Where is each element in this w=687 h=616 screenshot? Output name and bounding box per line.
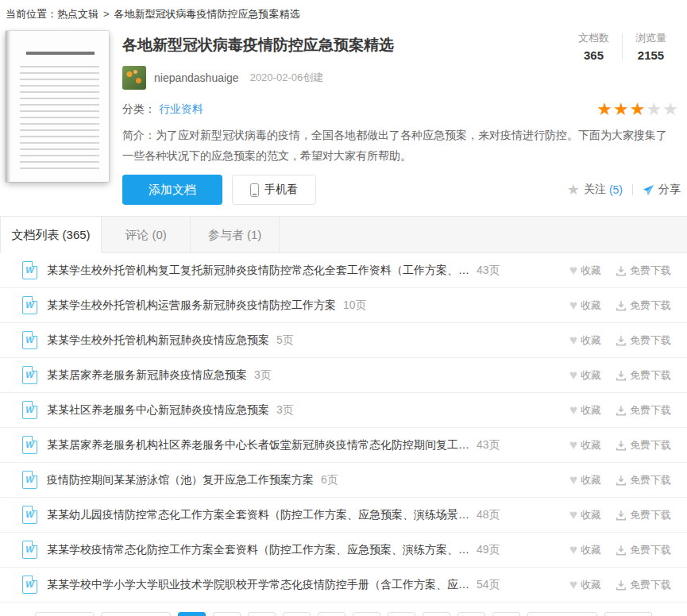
doc-title-link[interactable]: 某某学生校外托管机构运营服务新冠肺炎疫情防控工作方案 [47,298,336,313]
doc-list: 某某学生校外托管机构复工复托新冠肺炎疫情防控常态化全套工作资料（工作方案、… 4… [0,253,687,603]
pagination-page-5[interactable]: 5 [318,612,345,616]
pagination-page-6[interactable]: 6 [353,612,380,616]
pagination-last[interactable]: 尾页 [604,612,652,616]
heart-icon [569,438,577,452]
paper-plane-icon[interactable] [643,184,654,196]
doc-title-link[interactable]: 某某学校疫情常态化防控工作方案全套资料（防控工作方案、应急预案、演练方案、… [47,543,469,557]
collect-button[interactable]: 收藏 [569,578,601,592]
add-doc-button[interactable]: 添加文档 [122,175,222,205]
thumbnail-title-line [26,52,95,55]
follow-star-icon: ★ [567,181,580,198]
collect-button[interactable]: 收藏 [569,508,601,522]
collect-button[interactable]: 收藏 [569,264,601,278]
download-button[interactable]: 免费下载 [616,508,671,522]
author-row: niepandashuaige 2020-02-06创建 [122,66,681,90]
collect-label: 收藏 [581,368,601,383]
doc-row: 某某居家养老服务新冠肺炎疫情应急预案 3页 收藏 免费下载 [0,358,687,393]
doc-title-link[interactable]: 某某学校中学小学大学职业技术学院职校开学常态化疫情防控手册（含工作方案、应… [47,578,469,592]
download-button[interactable]: 免费下载 [616,298,671,313]
category-link[interactable]: 行业资料 [159,102,203,117]
star-icon [630,99,646,119]
word-doc-icon [22,506,37,524]
summary-text: 为了应对新型冠状病毒的疫情，全国各地都做出了各种应急预案，来对疫情进行防控。下面… [122,129,667,162]
rating-stars[interactable] [596,101,679,118]
pagination-prev[interactable]: 上一页 [101,612,171,616]
collect-button[interactable]: 收藏 [569,438,601,452]
download-icon [616,545,627,556]
word-doc-icon [22,331,37,349]
pagination-page-8[interactable]: 8 [423,612,450,616]
word-doc-icon [22,366,37,384]
download-button[interactable]: 免费下载 [616,438,671,452]
doc-title-link[interactable]: 某某学生校外托管机构新冠肺炎疫情应急预案 [47,333,269,348]
heart-icon [569,543,577,556]
follow-button[interactable]: 关注 [584,183,606,197]
pagination-first[interactable]: 首页 [35,612,94,616]
pagination-page-7[interactable]: 7 [388,612,415,616]
stats-panel: 文档数 365 浏览量 2155 [565,31,679,62]
download-button[interactable]: 免费下载 [616,403,671,418]
download-icon [616,370,627,381]
doc-thumbnail[interactable] [6,31,109,182]
pagination-page-1[interactable]: 1 [178,612,206,616]
pagination-page-4[interactable]: 4 [283,612,311,616]
doc-title-link[interactable]: 某某学生校外托管机构复工复托新冠肺炎疫情防控常态化全套工作资料（工作方案、… [47,264,469,278]
download-button[interactable]: 免费下载 [616,578,671,592]
tab-doc-list[interactable]: 文档列表 (365) [0,217,102,253]
mobile-view-label: 手机看 [264,183,298,197]
word-doc-icon [22,261,37,279]
word-doc-icon [22,541,37,559]
pagination-page-9[interactable]: 9 [457,612,485,616]
doc-title-link[interactable]: 某某居家养老服务新冠肺炎疫情应急预案 [47,368,247,383]
collect-button[interactable]: 收藏 [569,298,601,313]
follow-count[interactable]: (5) [609,183,623,196]
vertical-divider [632,184,633,195]
download-button[interactable]: 免费下载 [616,543,671,557]
stat-view-count: 浏览量 2155 [623,31,679,62]
heart-icon [569,333,577,347]
pagination-page-10[interactable]: 10 [492,612,520,616]
collect-button[interactable]: 收藏 [569,403,601,418]
pagination-page-2[interactable]: 2 [213,612,241,616]
breadcrumb-link-hot-collection[interactable]: 热点文辑 [57,8,98,20]
collect-button[interactable]: 收藏 [569,368,601,383]
star-icon [613,99,630,119]
download-icon [616,440,627,451]
download-icon [616,475,627,486]
doc-row: 某某居家养老服务机构社区养老服务中心长者饭堂新冠肺炎疫情常态化防控期间复工… 4… [0,428,687,463]
doc-title-link[interactable]: 某某幼儿园疫情防控常态化工作方案全套资料（防控工作方案、应急预案、演练场景… [47,508,469,522]
doc-title-link[interactable]: 某某社区养老服务中心新冠肺炎疫情应急预案 [47,403,269,418]
download-button[interactable]: 免费下载 [616,333,671,348]
download-label: 免费下载 [630,264,671,278]
author-name[interactable]: niepandashuaige [154,71,239,84]
tab-comments[interactable]: 评论 (0) [102,217,191,252]
doc-row: 疫情防控期间某某游泳馆（池）复开应急工作预案方案 6页 收藏 免费下载 [0,463,687,498]
collect-button[interactable]: 收藏 [569,543,601,557]
download-icon [616,579,627,591]
download-button[interactable]: 免费下载 [616,473,671,487]
collect-button[interactable]: 收藏 [569,473,601,487]
pagination-page-3[interactable]: 3 [248,612,276,616]
download-button[interactable]: 免费下载 [616,264,671,278]
doc-page-count: 54页 [477,578,500,592]
word-doc-icon [22,471,37,489]
collect-label: 收藏 [581,543,601,557]
heart-icon [569,403,577,417]
doc-title-link[interactable]: 某某居家养老服务机构社区养老服务中心长者饭堂新冠肺炎疫情常态化防控期间复工… [47,438,469,452]
pagination-next[interactable]: 下一页 [527,612,597,616]
collect-label: 收藏 [581,473,601,487]
follow-share-group: ★ 关注 (5) 分享 [567,181,681,198]
download-button[interactable]: 免费下载 [616,368,671,383]
collect-button[interactable]: 收藏 [569,333,601,348]
mobile-view-button[interactable]: 手机看 [232,175,316,205]
doc-row: 某某学校疫情常态化防控工作方案全套资料（防控工作方案、应急预案、演练方案、… 4… [0,533,687,568]
tab-participants[interactable]: 参与者 (1) [191,217,280,252]
doc-page-count: 10页 [343,298,367,313]
avatar[interactable] [122,66,146,90]
star-icon [646,99,663,119]
word-doc-icon [22,576,37,594]
thumbnail-text-lines [20,66,99,169]
doc-title-link[interactable]: 疫情防控期间某某游泳馆（池）复开应急工作预案方案 [47,473,314,487]
doc-page-count: 3页 [254,368,272,383]
share-button[interactable]: 分享 [658,183,681,197]
